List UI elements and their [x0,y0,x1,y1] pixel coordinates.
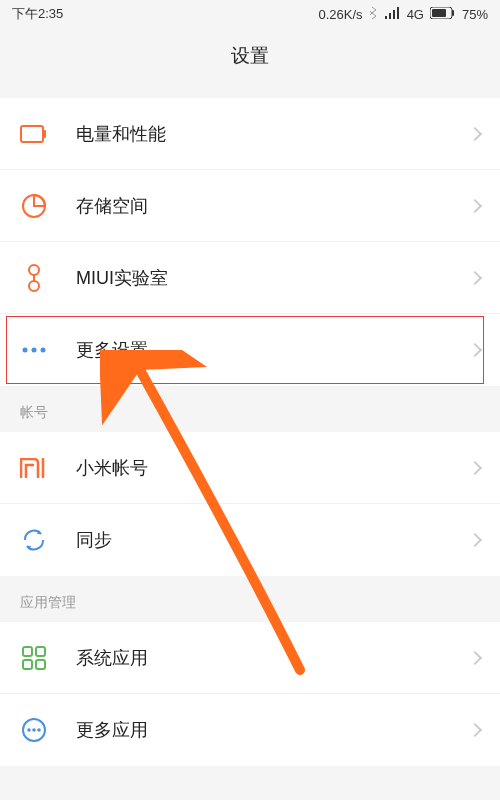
svg-point-14 [32,348,37,353]
item-sync[interactable]: 同步 [0,504,500,576]
svg-rect-19 [36,660,45,669]
status-time: 下午2:35 [12,5,63,23]
item-mi-account[interactable]: 小米帐号 [0,432,500,504]
chevron-right-icon [468,198,482,212]
apps-list: 系统应用 更多应用 [0,622,500,766]
item-miui-lab[interactable]: MIUI实验室 [0,242,500,314]
svg-rect-3 [397,7,399,19]
item-battery[interactable]: 电量和性能 [0,98,500,170]
lab-icon [20,264,48,292]
more-apps-icon [20,716,48,744]
item-label: 更多应用 [76,718,470,742]
section-header-account: 帐号 [0,386,500,432]
chevron-right-icon [468,650,482,664]
svg-rect-16 [23,647,32,656]
svg-point-15 [41,348,46,353]
battery-performance-icon [20,120,48,148]
page-header: 设置 [0,28,500,84]
page-title: 设置 [231,43,269,69]
item-system-apps[interactable]: 系统应用 [0,622,500,694]
status-data-rate: 0.26K/s [319,7,363,22]
section-header-apps: 应用管理 [0,576,500,622]
svg-rect-1 [389,13,391,19]
chevron-right-icon [468,270,482,284]
chevron-right-icon [468,460,482,474]
bluetooth-icon [369,6,379,23]
storage-icon [20,192,48,220]
svg-rect-18 [23,660,32,669]
status-bar: 下午2:35 0.26K/s 4G 75% [0,0,500,28]
more-icon [20,336,48,364]
item-label: 更多设置 [76,338,470,362]
chevron-right-icon [468,343,482,357]
item-label: 同步 [76,528,470,552]
svg-rect-0 [385,16,387,19]
item-label: 系统应用 [76,646,470,670]
svg-point-12 [29,281,39,291]
svg-rect-8 [43,130,46,138]
item-label: 小米帐号 [76,456,470,480]
sync-icon [20,526,48,554]
account-list: 小米帐号 同步 [0,432,500,576]
svg-rect-6 [452,10,454,16]
svg-rect-5 [432,9,446,17]
system-apps-icon [20,644,48,672]
chevron-right-icon [468,533,482,547]
item-label: 存储空间 [76,194,470,218]
item-storage[interactable]: 存储空间 [0,170,500,242]
item-label: MIUI实验室 [76,266,470,290]
signal-icon [385,7,401,22]
mi-logo-icon [20,454,48,482]
item-label: 电量和性能 [76,122,470,146]
chevron-right-icon [468,723,482,737]
svg-point-21 [27,728,31,732]
svg-point-13 [23,348,28,353]
battery-icon [430,7,456,22]
battery-percent: 75% [462,7,488,22]
svg-rect-7 [21,126,43,142]
svg-point-10 [29,265,39,275]
settings-list: 电量和性能 存储空间 MIUI实验室 更多设置 [0,98,500,386]
svg-rect-17 [36,647,45,656]
svg-point-23 [37,728,41,732]
svg-point-22 [32,728,36,732]
chevron-right-icon [468,126,482,140]
item-more-apps[interactable]: 更多应用 [0,694,500,766]
network-label: 4G [407,7,424,22]
item-more-settings[interactable]: 更多设置 [0,314,500,386]
svg-rect-2 [393,10,395,19]
